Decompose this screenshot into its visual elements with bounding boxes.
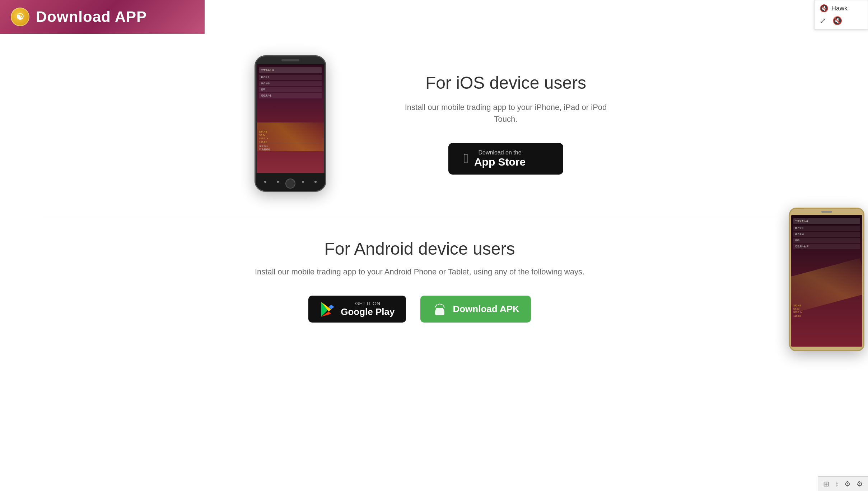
nav-dot-2 (277, 181, 279, 183)
hawk-row: 🔇 Hawk (820, 4, 863, 13)
hawk-label: Hawk (831, 5, 848, 12)
android-row-4: 记忆用户名 ☑ (793, 244, 860, 249)
google-play-button[interactable]: GET IT ON Google Play (308, 296, 406, 323)
android-row-3: 密码 (793, 238, 860, 243)
screen-row-3: 密码 (259, 87, 322, 92)
screen-row-2: 账户名称 (259, 81, 322, 86)
float-panel: 🔇 Hawk ⤢ 🔇 (814, 0, 868, 29)
android-row-1: 帐户登入 (793, 226, 860, 231)
ios-section: 中文交易入口 帐户登入 账户名称 密码 记忆用户名 $44.4897.2x$19… (0, 34, 868, 213)
android-subtext: Install our mobile trading app to your A… (43, 266, 796, 278)
screen-footer: 海东 303☑ 免费赠礼 (259, 143, 322, 151)
bottom-toolbar: ⊞ ↕ ⚙ ⚙ (818, 476, 868, 491)
android-screen: 中文证券入口 帐户登入 账户名称 密码 记忆用户名 ☑ $43.4897.2x$… (791, 215, 862, 347)
android-text-content: For Android device users Install our mob… (43, 239, 825, 323)
phone-home-button (285, 179, 295, 189)
nav-dot-4 (302, 181, 304, 183)
screen-row-4: 记忆用户名 (259, 93, 322, 98)
header-title: Download APP (36, 8, 147, 26)
android-phone-container: 中文证券入口 帐户登入 账户名称 密码 记忆用户名 ☑ $43.4897.2x$… (789, 208, 861, 344)
screen-numbers: $44.4897.2x$192.1x116.6x (259, 130, 268, 144)
toolbar-resize-icon[interactable]: ↕ (835, 480, 839, 488)
android-screen-header: 中文证券入口 (793, 218, 860, 224)
android-heading: For Android device users (43, 239, 796, 259)
screen-content: 中文交易入口 帐户登入 账户名称 密码 记忆用户名 (257, 64, 324, 102)
android-phone-mockup: 中文证券入口 帐户登入 账户名称 密码 记忆用户名 ☑ $43.4897.2x$… (789, 208, 864, 351)
android-section: For Android device users Install our mob… (0, 221, 868, 344)
logo-symbol: ☯ (16, 12, 24, 22)
ios-subtext: Install our mobile trading app to your i… (398, 101, 613, 125)
google-play-top-label: GET IT ON (341, 301, 395, 306)
hawk-mute-icon: 🔇 (820, 4, 829, 13)
panel-icons: ⤢ 🔇 (820, 16, 863, 26)
ios-text-content: For iOS device users Install our mobile … (398, 73, 613, 175)
android-row-2: 账户名称 (793, 232, 860, 237)
mute-icon[interactable]: 🔇 (832, 16, 842, 26)
toolbar-settings-icon[interactable]: ⚙ (844, 480, 851, 488)
expand-icon[interactable]: ⤢ (820, 16, 826, 26)
header-logo: ☯ (11, 8, 29, 26)
phone-screen: 中文交易入口 帐户登入 账户名称 密码 记忆用户名 $44.4897.2x$19… (257, 64, 324, 173)
android-icon (432, 301, 448, 317)
appstore-button[interactable]:  Download on the App Store (448, 143, 563, 175)
appstore-btn-labels: Download on the App Store (474, 149, 526, 168)
toolbar-grid-icon[interactable]: ⊞ (823, 480, 829, 488)
ios-phone-mockup: 中文交易入口 帐户登入 账户名称 密码 记忆用户名 $44.4897.2x$19… (255, 55, 326, 192)
nav-dot-1 (264, 181, 266, 183)
toolbar-extra-icon[interactable]: ⚙ (857, 480, 863, 488)
google-play-icon (320, 301, 336, 317)
google-play-labels: GET IT ON Google Play (341, 301, 395, 318)
android-buttons: GET IT ON Google Play Download APK (43, 296, 796, 323)
android-screen-content: 中文证券入口 帐户登入 账户名称 密码 记忆用户名 ☑ (791, 215, 862, 253)
section-divider (43, 217, 825, 217)
page-header: ☯ Download APP (0, 0, 205, 34)
nav-dot-5 (314, 181, 317, 183)
screen-header: 中文交易入口 (259, 67, 322, 73)
ios-heading: For iOS device users (398, 73, 613, 93)
download-apk-button[interactable]: Download APK (420, 296, 531, 323)
appstore-main-label: App Store (474, 156, 526, 168)
ios-phone-container: 中文交易入口 帐户登入 账户名称 密码 记忆用户名 $44.4897.2x$19… (255, 55, 326, 192)
screen-row-1: 帐户登入 (259, 75, 322, 80)
android-numbers: $43.4897.2x$192.1x116.6x (793, 304, 802, 318)
google-play-main-label: Google Play (341, 306, 395, 318)
apk-label: Download APK (453, 304, 519, 315)
apple-icon:  (463, 151, 468, 166)
appstore-top-label: Download on the (474, 149, 526, 156)
